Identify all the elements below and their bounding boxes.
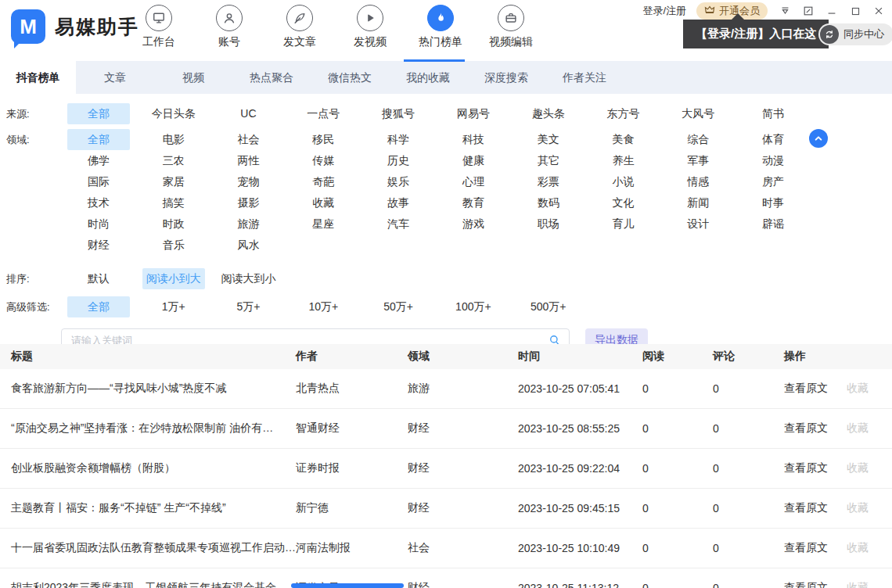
filter-chip[interactable]: 动漫 xyxy=(742,150,804,171)
filter-chip[interactable]: 辟谣 xyxy=(742,213,804,235)
filter-chip[interactable]: 游戏 xyxy=(442,213,505,235)
filter-chip[interactable]: 5万+ xyxy=(217,296,279,317)
login-register-link[interactable]: 登录/注册 xyxy=(642,4,686,18)
filter-chip[interactable]: 传媒 xyxy=(292,150,354,171)
tab-8[interactable]: 作者关注 xyxy=(545,61,624,94)
filter-chip[interactable]: 技术 xyxy=(67,192,130,213)
view-original-link[interactable]: 查看原文 xyxy=(784,501,828,515)
filter-chip[interactable]: 风水 xyxy=(217,235,279,256)
filter-chip[interactable]: 房产 xyxy=(742,171,804,192)
view-original-link[interactable]: 查看原文 xyxy=(784,461,828,475)
filter-chip[interactable]: 默认 xyxy=(67,268,130,289)
filter-chip[interactable]: 育儿 xyxy=(592,213,654,235)
view-original-link[interactable]: 查看原文 xyxy=(784,541,828,555)
filter-chip[interactable]: 收藏 xyxy=(292,192,354,213)
topnav-item-6[interactable]: 视频编辑 xyxy=(487,5,534,49)
collapse-filters-button[interactable] xyxy=(809,129,828,148)
filter-chip[interactable]: 体育 xyxy=(742,129,804,150)
filter-chip[interactable]: 100万+ xyxy=(442,296,505,317)
close-icon[interactable] xyxy=(872,5,886,17)
filter-chip[interactable]: 宠物 xyxy=(217,171,279,192)
tab-6[interactable]: 我的收藏 xyxy=(389,61,467,94)
tab-4[interactable]: 热点聚合 xyxy=(232,61,311,94)
filter-chip[interactable]: UC xyxy=(217,103,279,124)
filter-chip[interactable]: 三农 xyxy=(142,150,205,171)
filter-chip[interactable]: 科技 xyxy=(442,129,505,150)
tab-3[interactable]: 视频 xyxy=(154,61,232,94)
view-original-link[interactable]: 查看原文 xyxy=(784,581,828,588)
edit-window-icon[interactable] xyxy=(801,5,815,17)
sync-center-button[interactable]: 同步中心 xyxy=(818,23,892,45)
filter-chip[interactable]: 其它 xyxy=(517,150,580,171)
filter-chip[interactable]: 移民 xyxy=(292,129,354,150)
favorite-link[interactable]: 收藏 xyxy=(847,581,869,588)
favorite-link[interactable]: 收藏 xyxy=(847,382,869,396)
filter-chip[interactable]: 科学 xyxy=(367,129,430,150)
filter-chip[interactable]: 心理 xyxy=(442,171,505,192)
filter-chip[interactable]: 1万+ xyxy=(142,296,205,317)
filter-chip[interactable]: 汽车 xyxy=(367,213,430,235)
view-original-link[interactable]: 查看原文 xyxy=(784,382,828,396)
filter-chip[interactable]: 文化 xyxy=(592,192,654,213)
filter-chip[interactable]: 时事 xyxy=(742,192,804,213)
filter-chip[interactable]: 国际 xyxy=(67,171,130,192)
filter-chip[interactable]: 美食 xyxy=(592,129,654,150)
tab-5[interactable]: 微信热文 xyxy=(311,61,389,94)
filter-chip[interactable]: 阅读小到大 xyxy=(142,268,205,289)
topnav-item-4[interactable]: 发视频 xyxy=(347,5,394,49)
filter-chip[interactable]: 音乐 xyxy=(142,235,205,256)
tab-2[interactable]: 文章 xyxy=(76,61,154,94)
filter-chip[interactable]: 教育 xyxy=(442,192,505,213)
filter-chip[interactable]: 全部 xyxy=(67,103,130,124)
filter-chip[interactable]: 美文 xyxy=(517,129,580,150)
filter-chip[interactable]: 搜狐号 xyxy=(367,103,430,124)
filter-chip[interactable]: 旅游 xyxy=(217,213,279,235)
filter-chip[interactable]: 10万+ xyxy=(292,296,354,317)
filter-chip[interactable]: 摄影 xyxy=(217,192,279,213)
filter-chip[interactable]: 养生 xyxy=(592,150,654,171)
filter-chip[interactable]: 故事 xyxy=(367,192,430,213)
maximize-icon[interactable] xyxy=(848,5,862,17)
filter-chip[interactable]: 设计 xyxy=(667,213,729,235)
filter-chip[interactable]: 健康 xyxy=(442,150,505,171)
tray-down-icon[interactable] xyxy=(778,5,792,17)
filter-chip[interactable]: 财经 xyxy=(67,235,130,256)
filter-chip[interactable]: 500万+ xyxy=(517,296,580,317)
filter-chip[interactable]: 电影 xyxy=(142,129,205,150)
filter-chip[interactable]: 军事 xyxy=(667,150,729,171)
tab-7[interactable]: 深度搜索 xyxy=(467,61,545,94)
topnav-item-5[interactable]: 热门榜单 xyxy=(417,5,464,49)
filter-chip[interactable]: 时尚 xyxy=(67,213,130,235)
topnav-item-1[interactable]: 工作台 xyxy=(135,5,182,49)
filter-chip[interactable]: 时政 xyxy=(142,213,205,235)
filter-chip[interactable]: 搞笑 xyxy=(142,192,205,213)
filter-chip[interactable]: 简书 xyxy=(742,103,804,124)
favorite-link[interactable]: 收藏 xyxy=(847,541,869,555)
filter-chip[interactable]: 两性 xyxy=(217,150,279,171)
filter-chip[interactable]: 小说 xyxy=(592,171,654,192)
filter-chip[interactable]: 综合 xyxy=(667,129,729,150)
filter-chip[interactable]: 佛学 xyxy=(67,150,130,171)
topnav-item-3[interactable]: 发文章 xyxy=(276,5,323,49)
view-original-link[interactable]: 查看原文 xyxy=(784,421,828,436)
filter-chip[interactable]: 职场 xyxy=(517,213,580,235)
tab-1[interactable]: 抖音榜单 xyxy=(0,61,76,94)
filter-chip[interactable]: 奇葩 xyxy=(292,171,354,192)
topnav-item-2[interactable]: 账号 xyxy=(206,5,253,49)
filter-chip[interactable]: 历史 xyxy=(367,150,430,171)
filter-chip[interactable]: 全部 xyxy=(67,129,130,150)
favorite-link[interactable]: 收藏 xyxy=(847,501,869,515)
filter-chip[interactable]: 网易号 xyxy=(442,103,505,124)
filter-chip[interactable]: 彩票 xyxy=(517,171,580,192)
filter-chip[interactable]: 娱乐 xyxy=(367,171,430,192)
filter-chip[interactable]: 社会 xyxy=(217,129,279,150)
filter-chip[interactable]: 50万+ xyxy=(367,296,430,317)
favorite-link[interactable]: 收藏 xyxy=(847,461,869,475)
minimize-icon[interactable] xyxy=(825,5,839,17)
filter-chip[interactable]: 星座 xyxy=(292,213,354,235)
filter-chip[interactable]: 数码 xyxy=(517,192,580,213)
filter-chip[interactable]: 大风号 xyxy=(667,103,729,124)
filter-chip[interactable]: 新闻 xyxy=(667,192,729,213)
filter-chip[interactable]: 家居 xyxy=(142,171,205,192)
filter-chip[interactable]: 情感 xyxy=(667,171,729,192)
